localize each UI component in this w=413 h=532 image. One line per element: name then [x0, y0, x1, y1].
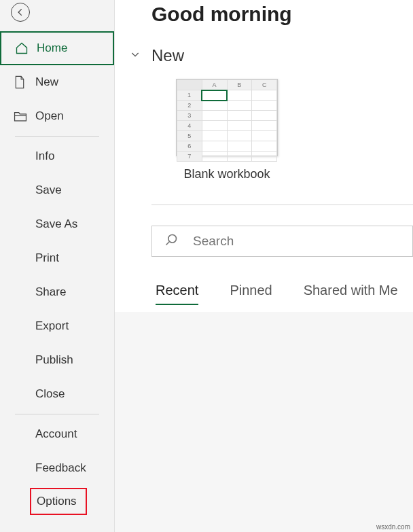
sidebar-item-home[interactable]: Home [0, 31, 114, 65]
template-thumbnail: ABC 1 2 3 4 5 6 7 [176, 79, 278, 156]
template-label: Blank workbook [183, 167, 270, 181]
sidebar-item-account[interactable]: Account [0, 417, 114, 451]
sidebar-item-publish[interactable]: Publish [0, 343, 114, 377]
sidebar-item-print[interactable]: Print [0, 241, 114, 275]
sidebar-item-options[interactable]: Options [30, 488, 87, 515]
sidebar-item-share[interactable]: Share [0, 275, 114, 309]
sidebar-item-open[interactable]: Open [0, 99, 114, 133]
back-button[interactable] [11, 3, 30, 22]
search-input[interactable] [193, 234, 412, 249]
sidebar-item-save-as[interactable]: Save As [0, 207, 114, 241]
home-icon [15, 41, 30, 55]
page-title: Good morning [151, 3, 413, 26]
back-arrow-icon [16, 7, 25, 17]
recent-content-area [115, 312, 413, 532]
open-folder-icon [14, 110, 29, 122]
sidebar-item-close[interactable]: Close [0, 377, 114, 411]
sidebar-item-label: Home [37, 41, 67, 55]
sidebar-item-export[interactable]: Export [0, 309, 114, 343]
search-icon [164, 233, 179, 249]
section-title: New [151, 46, 184, 65]
chevron-down-icon [130, 49, 142, 63]
tab-pinned[interactable]: Pinned [230, 283, 272, 305]
template-blank-workbook[interactable]: ABC 1 2 3 4 5 6 7 Blank workbook [176, 79, 278, 181]
sidebar-item-label: New [35, 75, 58, 89]
section-divider [151, 205, 413, 205]
tab-shared-with-me[interactable]: Shared with Me [304, 283, 398, 305]
tabs: Recent Pinned Shared with Me [156, 283, 413, 305]
sidebar-item-save[interactable]: Save [0, 173, 114, 207]
template-row: ABC 1 2 3 4 5 6 7 Blank workbook [176, 79, 413, 181]
new-file-icon [14, 75, 29, 89]
search-box[interactable] [151, 226, 413, 257]
tab-recent[interactable]: Recent [156, 283, 198, 305]
sidebar-item-new[interactable]: New [0, 65, 114, 99]
watermark: wsxdn.com [376, 523, 410, 531]
main-panel: Good morning New ABC 1 2 3 4 5 6 7 [115, 0, 413, 532]
sidebar-item-info[interactable]: Info [0, 139, 114, 173]
sidebar-item-feedback[interactable]: Feedback [0, 451, 114, 485]
section-new-header[interactable]: New [130, 46, 413, 65]
sidebar-divider [15, 136, 99, 137]
sidebar-item-label: Open [35, 109, 64, 123]
sidebar-divider [15, 414, 99, 414]
svg-point-0 [168, 235, 177, 243]
sidebar: Home New Open Info Save Save As Print Sh… [0, 0, 115, 532]
